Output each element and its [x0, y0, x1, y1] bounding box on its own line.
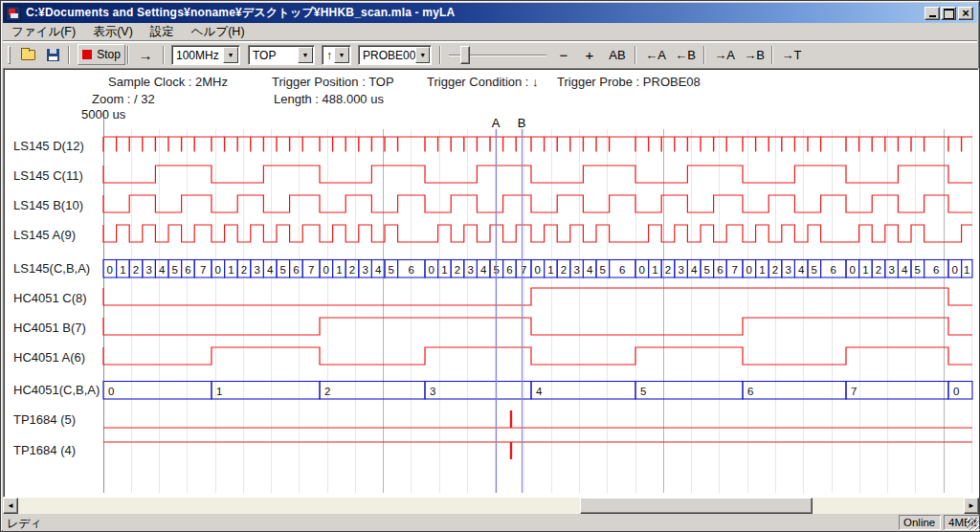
toolbar-separator	[163, 46, 165, 64]
channel-label-ls145-c: LS145 C(11)	[13, 168, 83, 183]
length-readout: Length : 488.000 us	[274, 92, 384, 106]
toolbar-separator	[68, 46, 70, 64]
scroll-right-arrow-icon[interactable]: ►	[964, 498, 979, 514]
channel-label-hc4051-a: HC4051 A(6)	[13, 350, 85, 365]
title-bar[interactable]: C:¥Documents and Settings¥noname¥デスクトップ¥…	[3, 3, 977, 23]
trigger-edge-combobox[interactable]: ↑ ▼	[322, 45, 351, 65]
zoom-ab-button[interactable]: AB	[605, 44, 630, 65]
close-button[interactable]	[958, 7, 973, 20]
zoom-out-button[interactable]: −	[552, 44, 575, 65]
goto-trigger-button[interactable]: →T	[779, 44, 804, 65]
minimize-button[interactable]	[924, 7, 940, 20]
maximize-button[interactable]	[941, 7, 956, 20]
resize-grip[interactable]	[967, 518, 979, 530]
move-cursor-b-button[interactable]: →B	[741, 44, 768, 65]
channel-label-hc4051-b: HC4051 B(7)	[13, 321, 86, 335]
run-arrow-icon: →	[139, 47, 153, 63]
menu-bar: ファイル(F) 表示(V) 設定 ヘルプ(H)	[3, 23, 977, 41]
zoom-slider-thumb[interactable]	[460, 46, 470, 64]
toolbar-separator	[635, 46, 636, 64]
goto-cursor-b-button[interactable]: ←B	[672, 44, 699, 65]
menu-help[interactable]: ヘルプ(H)	[183, 22, 254, 42]
waveform-panel[interactable]	[3, 68, 979, 498]
toolbar-separator	[127, 46, 129, 64]
sample-clock-combobox[interactable]: 100MHz ▼	[171, 45, 240, 65]
status-online-badge: Online	[899, 515, 941, 530]
open-file-button[interactable]	[16, 44, 39, 65]
channel-label-tp1684-4: TP1684 (4)	[13, 443, 76, 457]
channel-label-tp1684-5: TP1684 (5)	[13, 412, 76, 427]
scrollbar-thumb[interactable]	[580, 498, 813, 514]
goto-cursor-a-button[interactable]: ←A	[642, 44, 669, 65]
toolbar-separator	[439, 46, 441, 64]
channel-label-ls145-a: LS145 A(9)	[13, 228, 76, 242]
scroll-left-arrow-icon[interactable]: ◄	[3, 498, 18, 514]
save-floppy-icon	[47, 49, 59, 61]
trigger-position-combobox[interactable]: TOP ▼	[248, 45, 315, 65]
open-folder-icon	[21, 50, 35, 60]
toolbar-grip[interactable]	[8, 46, 11, 64]
horizontal-scrollbar[interactable]: ◄ ►	[3, 498, 979, 514]
status-bar: レディ Online 4MBit	[3, 515, 979, 531]
stop-button[interactable]: Stop	[78, 44, 125, 65]
menu-settings[interactable]: 設定	[142, 22, 183, 42]
sample-clock-readout: Sample Clock : 2MHz	[108, 75, 228, 89]
trigger-probe-combobox[interactable]: PROBE00 ▼	[358, 45, 432, 65]
chevron-down-icon[interactable]: ▼	[415, 47, 430, 63]
channel-label-hc4051-bus: HC4051(C,B,A)	[13, 383, 100, 397]
toolbar: Stop → 100MHz ▼ TOP ▼ ↑ ▼ PROBE00 ▼ − + …	[3, 42, 977, 68]
zoom-in-button[interactable]: +	[578, 44, 601, 65]
app-window: C:¥Documents and Settings¥noname¥デスクトップ¥…	[0, 0, 980, 532]
move-cursor-a-button[interactable]: →A	[711, 44, 738, 65]
zoom-slider[interactable]	[449, 45, 546, 65]
chevron-down-icon[interactable]: ▼	[223, 47, 238, 63]
cursor-b-label[interactable]: B	[516, 116, 527, 130]
toolbar-separator	[771, 46, 773, 64]
menu-file[interactable]: ファイル(F)	[3, 22, 84, 42]
toolbar-separator	[703, 46, 705, 64]
stop-square-icon	[82, 50, 92, 59]
channel-label-ls145-d: LS145 D(12)	[13, 139, 84, 153]
channel-label-ls145-bus: LS145(C,B,A)	[13, 261, 90, 276]
menu-view[interactable]: 表示(V)	[84, 22, 142, 42]
save-file-button[interactable]	[41, 44, 64, 65]
app-icon	[6, 6, 21, 21]
cursor-a-label[interactable]: A	[490, 116, 501, 130]
chevron-down-icon[interactable]: ▼	[298, 47, 313, 63]
trigger-condition-readout: Trigger Condition : ↓	[427, 75, 539, 89]
trigger-position-readout: Trigger Position : TOP	[272, 75, 394, 89]
run-button[interactable]: →	[133, 44, 158, 65]
channel-label-ls145-b: LS145 B(10)	[13, 198, 83, 212]
window-title: C:¥Documents and Settings¥noname¥デスクトップ¥…	[26, 5, 455, 21]
chevron-down-icon[interactable]: ▼	[334, 47, 349, 63]
status-ready-text: レディ	[7, 516, 42, 532]
zoom-readout: Zoom : / 32	[92, 92, 155, 106]
grid-scale-label: 5000 us	[81, 107, 125, 122]
channel-label-hc4051-c: HC4051 C(8)	[13, 291, 87, 305]
trigger-probe-readout: Trigger Probe : PROBE08	[557, 75, 701, 89]
